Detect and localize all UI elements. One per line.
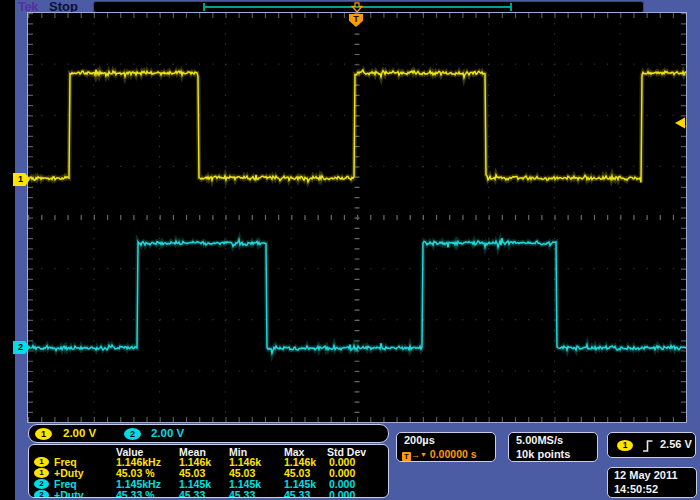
bracket-left-cap [203,3,205,11]
trigger-level-readout: 2.56 V [660,438,692,450]
trigger-delay-readout: T→▼ 0.00000 s [402,448,477,461]
ch2-badge[interactable]: 2 [124,428,141,440]
ch2-scale[interactable]: 2.00 V [151,427,184,439]
sample-rate-readout: 5.00MS/s [516,434,563,446]
delay-value: 0.00000 s [430,448,477,460]
channel-scale-bar: 1 2.00 V 2 2.00 V [28,424,389,443]
arrow-right-icon: → [411,450,420,460]
row-ch-badge: 2 [34,479,49,489]
row-ch-badge: 2 [34,490,49,498]
measurement-table: Value Mean Min Max Std Dev 1 Freq 1.146k… [28,444,389,498]
waveform-display[interactable] [27,12,687,423]
horizontal-settings-box[interactable]: 200µs T→▼ 0.00000 s [396,432,496,462]
measurement-mean: 45.33 [179,489,205,498]
ch2-number: 2 [18,342,23,352]
ch1-number: 1 [18,174,23,184]
trigger-t-label: T [353,14,359,24]
acquisition-settings-box[interactable]: 5.00MS/s 10k points [508,432,598,462]
row-ch-badge: 1 [34,457,49,467]
measurement-std: 0.000 [329,489,355,498]
graticule-and-traces [28,13,686,422]
record-length-readout: 10k points [516,448,570,460]
measurement-value: 45.33 % [116,489,155,498]
ch1-badge[interactable]: 1 [35,428,52,440]
timebase-readout: 200µs [404,434,435,446]
trigger-source-badge: 1 [617,440,633,451]
row-ch-badge: 1 [34,468,49,478]
time-label: 14:50:52 [614,483,658,495]
table-row: 2 +Duty 45.33 % 45.33 45.33 45.33 0.000 [29,490,388,498]
trigger-settings-box[interactable]: 1 2.56 V [607,432,696,458]
measurement-max: 45.33 [284,489,310,498]
trigger-t-icon: T [402,452,411,461]
oscilloscope-screen: Tek Stop T 1 2 1 2.00 V 2 2.00 V Value M… [0,0,700,500]
ch1-scale[interactable]: 2.00 V [63,427,96,439]
bracket-right-cap [510,3,512,11]
measurement-name: +Duty [54,489,83,498]
datetime-box: 12 May 2011 14:50:52 [607,467,697,498]
rising-edge-slope-icon [642,439,654,453]
marker-down-icon: ▼ [420,451,427,458]
date-label: 12 May 2011 [614,469,678,481]
measurement-min: 45.33 [229,489,255,498]
